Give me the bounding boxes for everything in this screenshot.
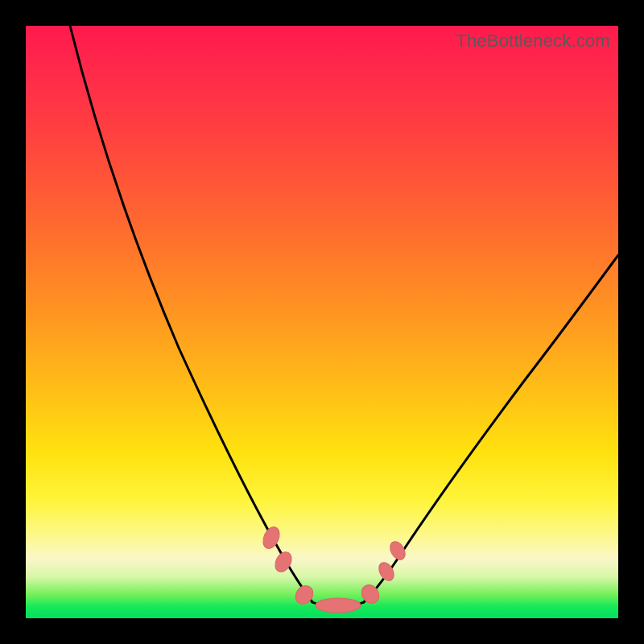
floor-markers <box>260 525 408 613</box>
chart-frame: TheBottleneck.com <box>0 0 644 644</box>
marker-blob <box>387 539 408 563</box>
marker-blob <box>316 598 361 613</box>
marker-blob <box>260 525 283 551</box>
bottleneck-curve <box>26 26 618 618</box>
curve-left <box>70 26 312 602</box>
plot-area: TheBottleneck.com <box>26 26 618 618</box>
